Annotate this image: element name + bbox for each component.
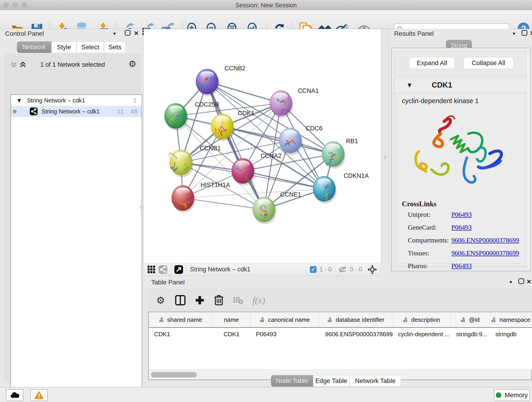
control-panel-close-icon[interactable]: ✕ bbox=[134, 30, 139, 37]
shared-column-icon bbox=[491, 317, 497, 322]
control-panel-collapse-icon[interactable]: ▾ bbox=[113, 31, 116, 37]
table-cell-namespace[interactable]: stringdb bbox=[490, 327, 532, 341]
column-header-description[interactable]: description bbox=[393, 312, 451, 327]
network-node-count: 11 bbox=[117, 108, 123, 115]
table-cell-shared-name[interactable]: CDK1 bbox=[149, 327, 213, 341]
left-splitter-handle[interactable] bbox=[140, 206, 143, 209]
node-gloss-highlight bbox=[169, 105, 183, 113]
control-panel-float-icon[interactable] bbox=[125, 30, 131, 36]
collapse-all-button[interactable]: Collapse All bbox=[463, 57, 513, 69]
selected-indicator-checkbox-icon[interactable]: ✓ bbox=[310, 266, 317, 273]
memory-button[interactable]: Memory bbox=[494, 389, 530, 401]
tab-network-table[interactable]: Network Table bbox=[350, 375, 401, 387]
shared-column-icon bbox=[260, 317, 265, 322]
right-splitter-handle[interactable] bbox=[384, 155, 387, 159]
network-node-label-CCNB2: CCNB2 bbox=[225, 65, 246, 72]
column-header-canonical-name[interactable]: canonical name bbox=[250, 312, 320, 327]
table-hscrollbar-thumb[interactable] bbox=[151, 372, 197, 377]
crosslink-label: Pharos: bbox=[408, 262, 451, 270]
column-header-namespace[interactable]: namespace bbox=[490, 312, 532, 327]
network-node-label-HIST1H1A: HIST1H1A bbox=[201, 182, 230, 188]
gene-section-expander-icon[interactable]: ▼ bbox=[408, 82, 412, 88]
warnings-button[interactable] bbox=[30, 389, 48, 401]
node-gloss-highlight bbox=[236, 160, 250, 167]
current-network-dot-icon bbox=[13, 109, 17, 114]
network-canvas[interactable]: CCNB2CCNA1CDC25BCDK1CDC6RB1CCNB1CCNA2CDK… bbox=[144, 29, 381, 264]
cloud-status-button[interactable] bbox=[6, 389, 23, 401]
hidden-indicator-eye-slash-icon[interactable] bbox=[338, 266, 347, 273]
birds-eye-toggle-icon[interactable] bbox=[367, 264, 377, 274]
node-gloss-highlight bbox=[317, 178, 331, 185]
network-options-gear-icon[interactable]: ⚙ bbox=[128, 59, 136, 69]
create-column-plus-icon[interactable] bbox=[195, 295, 205, 305]
function-builder-icon[interactable]: f(x) bbox=[253, 295, 265, 306]
shared-column-icon bbox=[159, 317, 165, 322]
table-cell-description[interactable]: cyclin-dependent ... bbox=[393, 327, 451, 341]
network-name: String Network – cdk1 bbox=[41, 108, 100, 115]
collection-name: String Network – cdk1 bbox=[27, 97, 85, 104]
column-header-label: description bbox=[411, 316, 440, 323]
node-gloss-highlight bbox=[176, 187, 190, 195]
column-header-shared-name[interactable]: shared name bbox=[149, 312, 213, 327]
tab-node-table[interactable]: Node Table bbox=[271, 375, 313, 387]
expand-all-button[interactable]: Expand All bbox=[409, 57, 455, 69]
column-header-label: @id bbox=[469, 316, 480, 323]
crosslink-label: GeneCard: bbox=[408, 224, 451, 231]
column-header-@id[interactable]: @id bbox=[451, 312, 490, 327]
network-edge-CCNA1-HIST1H1A[interactable] bbox=[183, 103, 281, 198]
table-options-gear-icon[interactable]: ⚙ bbox=[156, 295, 165, 306]
table-panel-float-icon[interactable] bbox=[518, 278, 524, 284]
show-columns-icon[interactable] bbox=[175, 295, 186, 306]
network-node-label-CCNA1: CCNA1 bbox=[298, 87, 319, 94]
results-panel-close-icon[interactable]: ✕ bbox=[530, 30, 532, 37]
column-header-label: namespace bbox=[500, 316, 530, 323]
memory-label: Memory bbox=[505, 391, 528, 399]
grid-view-icon[interactable] bbox=[147, 266, 155, 273]
results-panel-float-icon[interactable] bbox=[521, 30, 527, 36]
crosslink-value-link[interactable]: P06493 bbox=[451, 224, 472, 231]
shared-column-icon bbox=[461, 317, 466, 322]
network-selection-status: 1 of 1 Network selected bbox=[5, 61, 140, 68]
crosslink-value-link[interactable]: 9606.ENSP00000378699 bbox=[451, 236, 519, 244]
table-cell-database-identifier[interactable]: 9606.ENSP00000378699 bbox=[320, 327, 393, 341]
network-view-icon[interactable] bbox=[158, 265, 167, 274]
results-panel-collapse-icon[interactable]: ▾ bbox=[513, 31, 515, 37]
column-header-name[interactable]: name bbox=[213, 312, 250, 327]
delete-column-trash-icon[interactable] bbox=[214, 295, 224, 306]
crosslink-value-link[interactable]: 9606.ENSP00000378699 bbox=[451, 249, 519, 257]
table-panel-close-icon[interactable]: ✕ bbox=[526, 278, 532, 285]
tab-sets[interactable]: Sets bbox=[104, 41, 126, 53]
network-node-label-RB1: RB1 bbox=[346, 138, 358, 145]
crosslink-value-link[interactable]: P06493 bbox=[451, 211, 472, 218]
crosslink-label: Tissues: bbox=[408, 249, 451, 257]
delete-table-icon[interactable] bbox=[233, 296, 243, 304]
tab-select[interactable]: Select bbox=[76, 41, 104, 53]
cloud-icon bbox=[10, 392, 19, 398]
tab-style[interactable]: Style bbox=[51, 41, 76, 53]
tab-network[interactable]: Network bbox=[17, 41, 51, 53]
crosslink-value-link[interactable]: P06493 bbox=[451, 262, 472, 270]
table-cell-@id[interactable]: stringdb:9... bbox=[451, 327, 490, 341]
column-header-database-identifier[interactable]: database identifier bbox=[320, 312, 393, 327]
detach-view-icon[interactable] bbox=[174, 265, 183, 274]
crosslink-row: GeneCard:P06493 bbox=[408, 224, 522, 231]
table-cell-name[interactable]: CDK1 bbox=[213, 327, 250, 341]
network-view-title: String Network – cdk1 bbox=[190, 266, 250, 273]
table-cell-canonical-name[interactable]: P06493 bbox=[250, 327, 320, 341]
node-table[interactable]: shared namenamecanonical namedatabase id… bbox=[148, 312, 532, 370]
tab-edge-table[interactable]: Edge Table bbox=[313, 375, 350, 387]
protein-structure-image bbox=[410, 112, 508, 194]
network-node-label-CCNE1: CCNE1 bbox=[280, 191, 301, 198]
table-panel-collapse-icon[interactable]: ▾ bbox=[510, 279, 512, 285]
splitter-line bbox=[388, 29, 389, 263]
crosslink-row: Uniprot:P06493 bbox=[408, 211, 522, 218]
shared-column-icon bbox=[403, 317, 409, 322]
shared-column-icon bbox=[327, 317, 333, 322]
network-edge-count: 48 bbox=[131, 108, 138, 115]
network-collection-row[interactable]: ▼ String Network – cdk1 1 bbox=[11, 95, 142, 106]
results-scrollbar[interactable] bbox=[526, 49, 530, 270]
control-panel-title: Control Panel bbox=[5, 30, 44, 37]
node-gloss-highlight bbox=[215, 116, 229, 123]
network-row-selected[interactable]: String Network – cdk1 11 48 bbox=[11, 106, 142, 117]
collection-expander-icon[interactable]: ▼ bbox=[17, 98, 21, 103]
